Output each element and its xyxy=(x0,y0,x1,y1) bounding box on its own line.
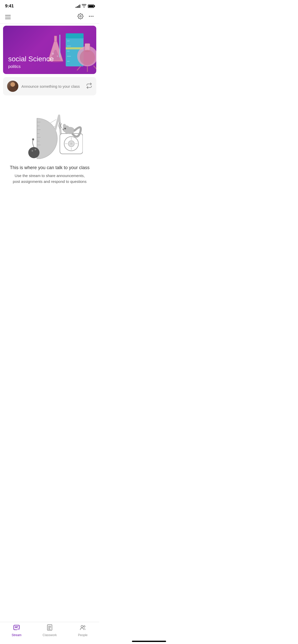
menu-button[interactable] xyxy=(5,15,11,19)
class-title: social Science xyxy=(8,55,54,63)
user-avatar xyxy=(7,81,18,92)
svg-point-35 xyxy=(35,149,36,150)
repost-icon[interactable] xyxy=(86,83,92,90)
signal-icon xyxy=(76,4,80,8)
svg-point-2 xyxy=(91,16,92,17)
empty-state-description: Use the stream to share announcements, p… xyxy=(11,173,88,184)
svg-point-53 xyxy=(64,128,66,129)
header xyxy=(0,11,99,24)
empty-state: This is where you can talk to your class… xyxy=(0,95,99,189)
svg-rect-5 xyxy=(54,36,57,41)
svg-line-25 xyxy=(94,66,96,70)
empty-state-illustration xyxy=(17,103,83,159)
announce-input[interactable] xyxy=(21,84,83,89)
svg-point-52 xyxy=(63,124,66,128)
announce-bar[interactable] xyxy=(3,77,96,95)
svg-point-9 xyxy=(57,55,58,57)
header-actions xyxy=(77,13,94,21)
more-options-icon[interactable] xyxy=(88,13,94,21)
svg-point-33 xyxy=(28,147,39,158)
settings-icon[interactable] xyxy=(77,13,84,21)
status-bar: 9:41 xyxy=(0,0,99,11)
svg-point-44 xyxy=(70,143,72,145)
svg-point-54 xyxy=(65,128,66,128)
svg-point-34 xyxy=(32,150,33,152)
status-icons xyxy=(76,4,94,8)
svg-line-23 xyxy=(77,66,81,70)
status-time: 9:41 xyxy=(5,4,14,9)
class-subtitle: politics xyxy=(8,64,54,69)
battery-icon xyxy=(88,5,94,8)
wifi-icon xyxy=(82,4,86,8)
svg-point-3 xyxy=(92,16,93,17)
svg-rect-10 xyxy=(59,35,60,57)
empty-state-title: This is where you can talk to your class xyxy=(10,165,89,170)
svg-rect-12 xyxy=(66,33,84,38)
svg-line-39 xyxy=(50,120,56,123)
svg-point-1 xyxy=(89,16,90,17)
svg-point-0 xyxy=(80,16,81,17)
svg-point-22 xyxy=(80,50,95,65)
svg-point-8 xyxy=(52,53,54,55)
class-banner: social Science politics xyxy=(3,26,96,74)
svg-point-36 xyxy=(32,138,34,140)
svg-point-55 xyxy=(63,129,64,130)
class-banner-content: social Science politics xyxy=(8,55,54,69)
